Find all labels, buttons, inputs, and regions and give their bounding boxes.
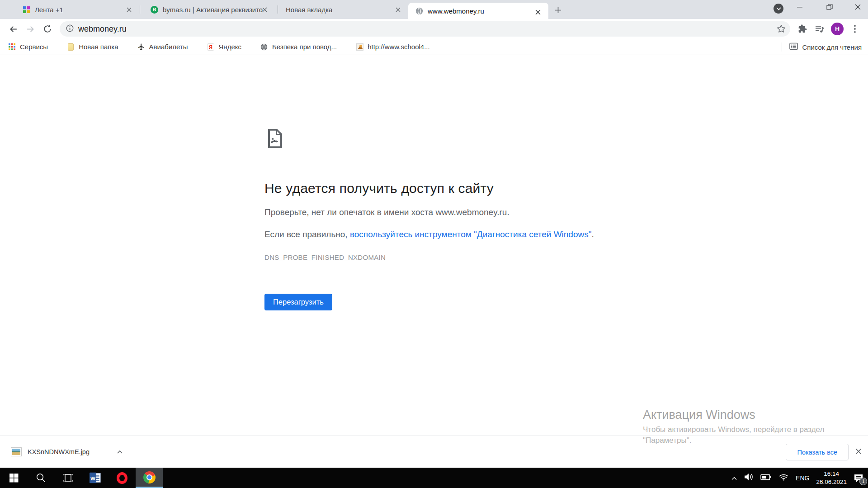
bookmarks-bar: Сервисы Новая папка Авиабилеты Я Яндекс … [0,39,868,55]
reload-button[interactable] [40,21,55,37]
tab-close-icon[interactable] [125,5,133,14]
site-info-icon[interactable] [66,24,74,34]
profile-avatar[interactable]: H [831,23,844,35]
bookmark-label: Авиабилеты [149,43,188,51]
bookmark-services[interactable]: Сервисы [4,41,52,53]
tab-title: bymas.ru | Активация реквизито [163,6,275,14]
download-filename: KXSnNDNWXmE.jpg [28,448,90,455]
download-item[interactable]: KXSnNDNWXmE.jpg [0,436,135,468]
back-button[interactable] [5,21,21,37]
tab-search-button[interactable] [774,4,783,14]
bookmark-school[interactable]: http://www.school4... [351,41,434,53]
forward-button[interactable] [23,21,38,37]
download-chevron-up-icon[interactable] [117,448,123,456]
bookmark-label: http://www.school4... [368,43,430,51]
globe-icon [260,43,268,51]
screen: Лента +1 B bymas.ru | Активация реквизит… [0,0,868,488]
tab-close-icon[interactable] [260,5,269,14]
volume-icon[interactable] [744,473,754,483]
error-line2: Если все правильно, воспользуйтесь инстр… [264,229,626,240]
error-code: DNS_PROBE_FINISHED_NXDOMAIN [264,253,626,261]
show-all-downloads-button[interactable]: Показать все [786,444,849,460]
broken-page-icon [264,143,286,150]
chrome-app-icon-active[interactable] [136,468,163,488]
airplane-icon [137,43,145,51]
error-line2-suffix: . [591,230,594,239]
new-tab-button[interactable] [552,5,563,15]
apps-grid-icon [8,43,16,51]
download-bar-close-icon[interactable] [855,448,862,455]
window-close-button[interactable] [847,0,868,14]
tab-favicon-globe-icon [415,7,423,15]
notification-badge: 1 [859,478,867,485]
reading-list-icon [789,42,798,52]
tab-title: Лента +1 [35,6,139,14]
error-line1: Проверьте, нет ли опечаток в имени хоста… [264,207,626,218]
error-page: Не удается получить доступ к сайту Прове… [264,128,626,310]
system-tray: ENG 16:14 26.06.2021 1 [731,468,868,488]
tab-bymas[interactable]: B bymas.ru | Активация реквизито [140,0,275,19]
taskbar: W ENG 16:14 26.06.2021 [0,468,868,488]
error-line2-prefix: Если все правильно, [264,230,350,239]
bookmark-new-folder[interactable]: Новая папка [62,41,123,53]
language-indicator[interactable]: ENG [796,474,809,482]
tab-title: Новая вкладка [286,6,408,14]
tab-title: www.webmoney.ru [428,7,548,15]
window-minimize-button[interactable] [789,0,810,14]
url-text: webmoney.ru [78,24,127,34]
bookmark-label: Новая папка [79,43,118,51]
tab-strip: Лента +1 B bymas.ru | Активация реквизит… [0,0,868,19]
yandex-icon: Я [207,43,215,51]
window-restore-button[interactable] [819,0,840,14]
tab-favicon-bymas-icon: B [151,6,158,14]
bookmark-label: Безпека при повод... [272,43,337,51]
bookmark-star-icon[interactable] [777,24,786,35]
taskbar-time: 16:14 [816,470,847,478]
divider [782,42,782,52]
image-thumbnail-icon [11,447,22,456]
action-center-icon[interactable]: 1 [854,474,863,483]
tab-new-tab[interactable]: Новая вкладка [278,0,408,19]
tab-close-icon[interactable] [534,8,542,16]
bookmark-label: Яндекс [219,43,241,51]
taskbar-clock[interactable]: 16:14 26.06.2021 [816,470,847,486]
battery-icon[interactable] [760,474,772,482]
word-app-icon[interactable]: W [81,468,108,488]
image-favicon [356,43,363,51]
download-bar: KXSnNDNWXmE.jpg Показать все [0,436,868,468]
svg-text:W: W [90,475,95,481]
reload-page-button[interactable]: Перезагрузить [264,294,332,310]
folder-icon [67,43,75,51]
media-controls-icon[interactable] [812,21,827,37]
error-title: Не удается получить доступ к сайту [264,181,626,196]
taskbar-search-button[interactable] [27,468,54,488]
start-button[interactable] [0,468,27,488]
tab-close-icon[interactable] [394,5,402,14]
browser-toolbar: webmoney.ru H [0,19,868,39]
browser-menu-icon[interactable] [847,21,863,37]
bookmark-bezpeka[interactable]: Безпека при повод... [256,41,341,53]
reading-list-label: Список для чтения [802,43,862,51]
address-bar[interactable]: webmoney.ru [60,21,790,37]
divider [135,440,135,460]
network-diagnostics-link[interactable]: воспользуйтесь инструментом "Диагностика… [350,230,592,239]
extensions-puzzle-icon[interactable] [795,21,810,37]
bookmark-avia[interactable]: Авиабилеты [133,41,193,53]
opera-app-icon[interactable] [108,468,136,488]
hidden-icons-chevron[interactable] [731,474,737,482]
page-content: Не удается получить доступ к сайту Прове… [0,56,868,436]
tab-webmoney-active[interactable]: www.webmoney.ru [408,3,548,19]
tab-lenta[interactable]: Лента +1 [4,0,139,19]
tab-favicon-grid-icon [23,6,30,14]
wifi-icon[interactable] [778,473,789,483]
bookmark-yandex[interactable]: Я Яндекс [203,41,246,53]
taskbar-date: 26.06.2021 [816,478,847,486]
bookmark-label: Сервисы [20,43,48,51]
tab-divider [278,5,278,14]
reading-list-button[interactable]: Список для чтения [782,39,862,55]
task-view-button[interactable] [54,468,81,488]
